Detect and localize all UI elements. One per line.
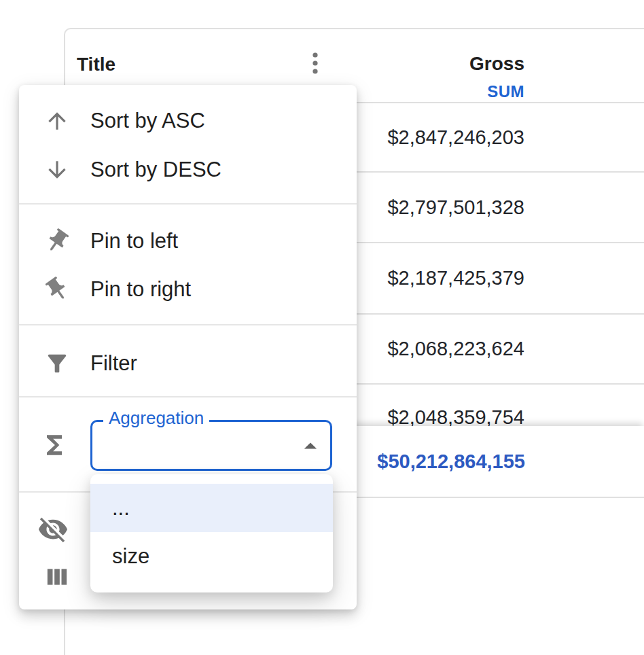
menu-item-label: Pin to left — [90, 229, 178, 253]
menu-divider — [19, 396, 357, 397]
pin-right-icon — [43, 276, 71, 303]
menu-item-label: Pin to right — [90, 277, 191, 302]
arrow-down-icon — [43, 157, 71, 183]
arrow-up-icon — [43, 108, 71, 134]
page: { "colors": { "accent_blue": "#1e64d2", … — [0, 0, 644, 655]
option-label: size — [112, 544, 149, 569]
gross-aggregation-badge: SUM — [340, 83, 524, 101]
menu-item-filter[interactable]: Filter — [19, 339, 357, 388]
menu-item-pin-right[interactable]: Pin to right — [19, 265, 357, 314]
gross-cell: $2,048,359,754 — [387, 406, 524, 429]
menu-item-sort-desc[interactable]: Sort by DESC — [19, 145, 357, 194]
dropdown-arrow-up-icon — [296, 431, 325, 461]
menu-item-label: Sort by ASC — [90, 109, 205, 133]
column-header-title: Title — [77, 52, 115, 77]
title-column-menu-button[interactable] — [304, 48, 326, 81]
visibility-off-icon — [37, 514, 69, 545]
gross-cell: $2,797,501,328 — [387, 196, 524, 219]
aggregation-option-none[interactable]: ... — [90, 484, 333, 532]
aggregation-dropdown: ... size — [90, 474, 333, 592]
menu-item-sort-asc[interactable]: Sort by ASC — [19, 96, 357, 145]
aggregation-field-label: Aggregation — [103, 407, 209, 429]
sigma-icon — [39, 429, 69, 461]
columns-icon — [43, 563, 71, 590]
column-header-gross: Gross SUM — [340, 52, 524, 101]
gross-cell: $2,068,223,624 — [387, 338, 524, 360]
vertical-dots-icon — [306, 48, 325, 82]
menu-item-label: Sort by DESC — [90, 158, 221, 182]
gross-header-label: Gross — [340, 52, 524, 76]
gross-sum-value: $50,212,864,155 — [377, 450, 525, 473]
menu-item-label: Filter — [90, 351, 137, 376]
option-label: ... — [112, 496, 130, 520]
menu-item-pin-left[interactable]: Pin to left — [19, 217, 357, 266]
menu-divider — [19, 324, 357, 325]
pin-left-icon — [43, 228, 71, 255]
aggregation-option-size[interactable]: size — [90, 532, 333, 581]
gross-cell: $2,847,246,203 — [387, 126, 524, 149]
filter-icon — [43, 350, 71, 377]
gross-cell: $2,187,425,379 — [387, 267, 524, 289]
menu-divider — [19, 203, 357, 205]
